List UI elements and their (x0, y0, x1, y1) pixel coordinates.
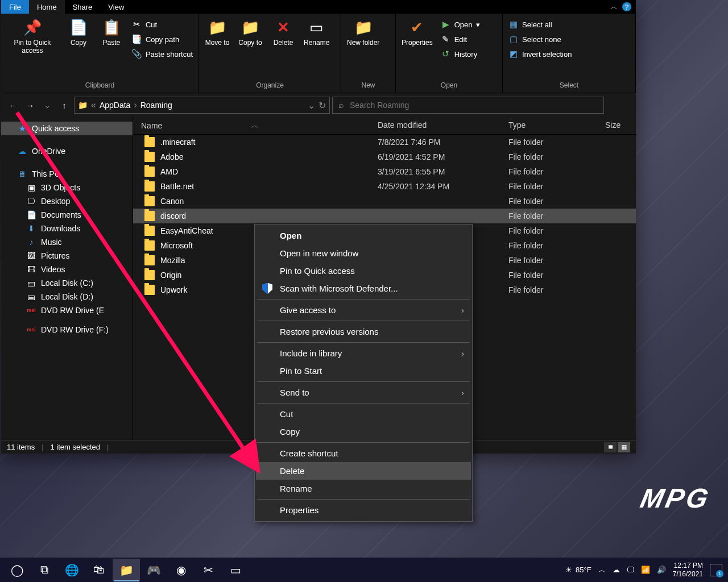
open-button[interactable]: ▶Open ▾ (439, 18, 482, 31)
ctx-rename[interactable]: Rename (256, 480, 471, 497)
ctx-delete[interactable]: Delete (256, 462, 471, 480)
start-button[interactable]: ◯ (3, 559, 31, 581)
copy-path-button[interactable]: 📑Copy path (130, 33, 195, 45)
delete-button[interactable]: ✕Delete (268, 16, 298, 49)
cut-button[interactable]: ✂Cut (130, 18, 195, 31)
sidebar-dvd-e[interactable]: msiDVD RW Drive (E (1, 304, 133, 317)
pin-to-quick-access-button[interactable]: 📌Pin to Quick access (5, 16, 60, 57)
refresh-icon[interactable]: ↻ (318, 100, 326, 111)
ctx-open-new-window[interactable]: Open in new window (256, 244, 471, 262)
taskbar-app2[interactable]: ✂ (195, 559, 222, 581)
folder-icon (144, 181, 155, 192)
invert-selection-button[interactable]: ◩Invert selection (506, 48, 574, 60)
sidebar-3d-objects[interactable]: ▣3D Objects (1, 181, 133, 194)
sidebar-local-disk-c[interactable]: 🖴Local Disk (C:) (1, 276, 133, 290)
address-bar[interactable]: 📁 « AppData › Roaming ⌄ ↻ (74, 97, 330, 114)
sidebar-dvd-f[interactable]: msiDVD RW Drive (F:) (1, 323, 133, 336)
tab-home[interactable]: Home (29, 0, 65, 14)
ctx-open[interactable]: Open (256, 227, 471, 244)
paste-shortcut-button[interactable]: 📎Paste shortcut (130, 48, 195, 60)
select-all-button[interactable]: ▦Select all (506, 18, 574, 31)
ribbon-tabs: File Home Share View ︿ ? (1, 0, 636, 14)
ctx-cut[interactable]: Cut (256, 405, 471, 423)
file-row[interactable]: discordFile folder (133, 209, 636, 223)
ctx-restore[interactable]: Restore previous versions (256, 323, 471, 340)
sidebar-pictures[interactable]: 🖼Pictures (1, 249, 133, 263)
breadcrumb-roaming[interactable]: Roaming (140, 101, 172, 110)
select-none-button[interactable]: ▢Select none (506, 33, 574, 45)
file-row[interactable]: Battle.net4/25/2021 12:34 PMFile folder (133, 179, 636, 194)
ctx-pin-start[interactable]: Pin to Start (256, 362, 471, 380)
tray-expand-icon[interactable]: ︿ (598, 565, 606, 575)
ctx-include-library[interactable]: Include in library› (256, 344, 471, 362)
folder-icon (144, 167, 155, 177)
sidebar-local-disk-d[interactable]: 🖴Local Disk (D:) (1, 290, 133, 304)
tray-monitor-icon[interactable]: 🖵 (627, 566, 634, 574)
help-icon[interactable]: ? (622, 2, 631, 11)
col-name[interactable]: Name︿ (133, 120, 378, 131)
taskbar-explorer[interactable]: 📁 (113, 559, 140, 581)
weather-widget[interactable]: ☀85°F (565, 566, 592, 574)
task-view-button[interactable]: ⧉ (31, 559, 58, 581)
column-headers: Name︿ Date modified Type Size (133, 117, 636, 135)
tab-view[interactable]: View (100, 0, 132, 14)
ctx-properties[interactable]: Properties (256, 501, 471, 519)
file-row[interactable]: CanonFile folder (133, 194, 636, 209)
taskbar-chrome[interactable]: ◉ (167, 559, 195, 581)
edit-button[interactable]: ✎Edit (439, 33, 482, 45)
tab-share[interactable]: Share (65, 0, 101, 14)
tray-volume-icon[interactable]: 🔊 (657, 566, 666, 574)
nav-recent-button[interactable]: ⌄ (40, 98, 55, 113)
tray-onedrive-icon[interactable]: ☁ (613, 566, 620, 574)
folder-icon (144, 152, 155, 162)
col-type[interactable]: Type (508, 120, 605, 131)
rename-button[interactable]: ▭Rename (301, 16, 332, 49)
ribbon-collapse-icon[interactable]: ︿ (610, 2, 618, 12)
nav-back-button[interactable]: ← (6, 98, 20, 113)
taskbar-app3[interactable]: ▭ (222, 559, 249, 581)
col-date[interactable]: Date modified (378, 120, 508, 131)
move-to-button[interactable]: 📁Move to (202, 16, 232, 49)
copy-to-button[interactable]: 📁Copy to (235, 16, 265, 49)
ctx-copy[interactable]: Copy (256, 423, 471, 440)
pin-icon: 📌 (23, 18, 42, 36)
search-input[interactable] (350, 101, 598, 110)
taskbar-edge[interactable]: 🌐 (58, 559, 85, 581)
sidebar-music[interactable]: ♪Music (1, 235, 133, 249)
history-button[interactable]: ↺History (439, 48, 482, 60)
ctx-give-access[interactable]: Give access to› (256, 301, 471, 319)
nav-up-button[interactable]: ↑ (57, 98, 72, 113)
nav-forward-button[interactable]: → (23, 98, 38, 113)
file-row[interactable]: AMD3/19/2021 6:55 PMFile folder (133, 164, 636, 179)
copy-button[interactable]: 📄Copy (64, 16, 93, 49)
tray-network-icon[interactable]: 📶 (641, 566, 650, 574)
view-details-button[interactable]: ≣ (604, 442, 617, 452)
notifications-button[interactable] (710, 564, 722, 576)
sidebar-documents[interactable]: 📄Documents (1, 208, 133, 222)
sidebar-downloads[interactable]: ⬇Downloads (1, 222, 133, 235)
file-row[interactable]: .minecraft7/8/2021 7:46 PMFile folder (133, 135, 636, 149)
file-row[interactable]: Adobe6/19/2021 4:52 PMFile folder (133, 149, 636, 164)
new-folder-button[interactable]: 📁New folder (345, 16, 382, 49)
ribbon-group-clipboard: Clipboard (5, 80, 195, 90)
ctx-create-shortcut[interactable]: Create shortcut (256, 444, 471, 462)
ctx-defender[interactable]: Scan with Microsoft Defender... (256, 280, 471, 297)
sidebar-onedrive[interactable]: ☁OneDrive (1, 144, 133, 158)
breadcrumb-dropdown-icon[interactable]: ⌄ (308, 100, 315, 111)
ctx-pin-quick[interactable]: Pin to Quick access (256, 262, 471, 280)
tab-file[interactable]: File (1, 0, 29, 14)
properties-button[interactable]: ✔Properties (399, 16, 435, 49)
taskbar-app1[interactable]: 🎮 (140, 559, 167, 581)
paste-button[interactable]: 📋Paste (97, 16, 126, 49)
breadcrumb-appdata[interactable]: AppData (100, 101, 130, 110)
ctx-send-to[interactable]: Send to› (256, 384, 471, 401)
taskbar-clock[interactable]: 12:17 PM7/16/2021 (673, 562, 703, 579)
view-large-button[interactable]: ▦ (618, 442, 630, 452)
col-size[interactable]: Size (605, 120, 636, 131)
sidebar-quick-access[interactable]: ★Quick access (1, 122, 133, 135)
sidebar-desktop[interactable]: 🖵Desktop (1, 194, 133, 208)
search-box[interactable]: ⌕ (332, 97, 604, 114)
sidebar-this-pc[interactable]: 🖥This PC (1, 167, 133, 181)
taskbar-store[interactable]: 🛍 (85, 559, 113, 581)
sidebar-videos[interactable]: 🎞Videos (1, 263, 133, 276)
